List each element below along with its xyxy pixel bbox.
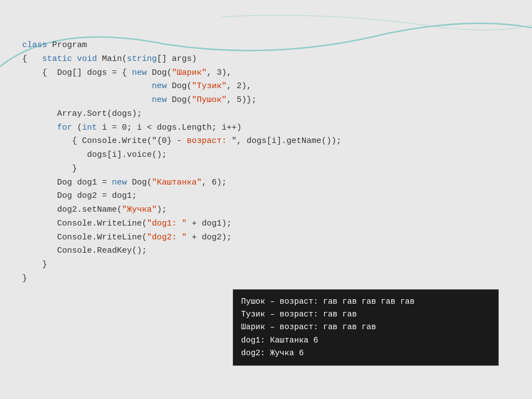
code-line-l3: { Dog[] dogs = { new Dog("Шарик", 3), <box>22 66 510 80</box>
code-line-l12: Dog dog1 = new Dog("Каштанка", 6); <box>22 176 510 190</box>
code-line-l8: { Console.Write("{0} - возраст: ", dogs[… <box>22 135 510 149</box>
code-line-l10: } <box>22 162 510 176</box>
code-line-l18: } <box>22 258 510 272</box>
code-line-l1: class Program <box>22 39 510 53</box>
console-line-1: Тузик – возраст: гав гав <box>241 308 490 321</box>
code-line-l2: { static void Main(string[] args) <box>22 53 510 66</box>
console-line-3: dog1: Каштанка 6 <box>241 334 490 347</box>
console-line-4: dog2: Жучка 6 <box>241 347 490 360</box>
code-line-l16: Console.WriteLine("dog2: " + dog2); <box>22 231 510 245</box>
code-line-l17: Console.ReadKey(); <box>22 244 510 258</box>
code-line-l14: dog2.setName("Жучка"); <box>22 203 510 217</box>
console-line-2: Шарик – возраст: гав гав гав <box>241 321 490 334</box>
code-line-l13: Dog dog2 = dog1; <box>22 190 510 203</box>
code-line-l15: Console.WriteLine("dog1: " + dog1); <box>22 217 510 231</box>
code-line-l7: for (int i = 0; i < dogs.Length; i++) <box>22 121 510 135</box>
code-line-l4: new Dog("Тузик", 2), <box>22 80 510 94</box>
code-line-l6: Array.Sort(dogs); <box>22 108 510 121</box>
code-area: class Program{ static void Main(string[]… <box>22 39 510 286</box>
code-line-l5: new Dog("Пушок", 5)}; <box>22 94 510 108</box>
code-line-l9: dogs[i].voice(); <box>22 149 510 162</box>
console-output: Пушок – возраст: гав гав гав гав гавТузи… <box>233 289 499 366</box>
console-line-0: Пушок – возраст: гав гав гав гав гав <box>241 295 490 308</box>
code-line-l19: } <box>22 272 510 286</box>
